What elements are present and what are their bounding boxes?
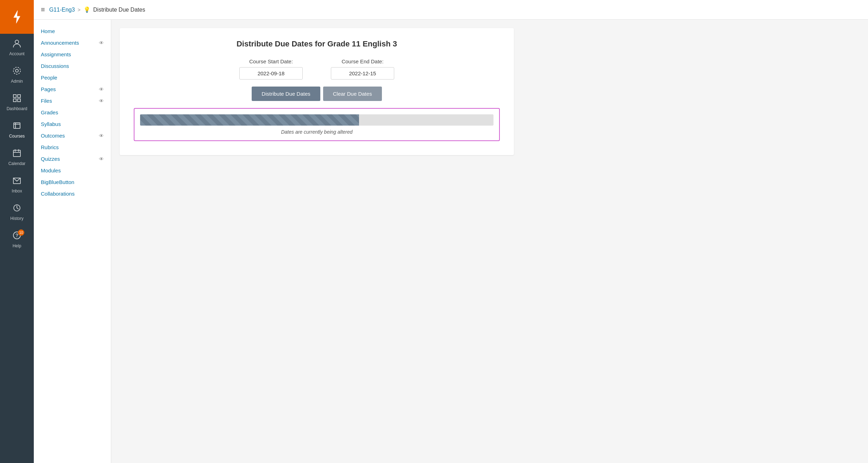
sidebar-item-home-label: Home [41, 28, 55, 34]
progress-bar-fill [140, 114, 359, 126]
sidebar-item-modules[interactable]: Modules [34, 165, 111, 176]
course-start-label: Course Start Date: [249, 58, 293, 64]
page-content: Distribute Due Dates for Grade 11 Englis… [111, 20, 868, 463]
sidebar-item-help[interactable]: ? 10 Help [0, 226, 34, 253]
distribute-due-dates-button[interactable]: Distribute Due Dates [252, 87, 320, 101]
sidebar-item-outcomes[interactable]: Outcomes 👁 [34, 130, 111, 141]
sidebar-item-discussions[interactable]: Discussions [34, 60, 111, 72]
svg-marker-0 [14, 11, 20, 23]
help-label: Help [13, 243, 21, 248]
breadcrumb-page-icon: 💡 [83, 6, 90, 13]
progress-status-text: Dates are currently being altered [140, 129, 493, 135]
outcomes-visibility-icon[interactable]: 👁 [99, 133, 104, 139]
sidebar-item-syllabus[interactable]: Syllabus [34, 118, 111, 130]
sidebar-item-collaborations-label: Collaborations [41, 191, 75, 197]
dashboard-label: Dashboard [7, 106, 27, 111]
courses-icon [12, 121, 21, 132]
sidebar-item-home[interactable]: Home [34, 25, 111, 37]
breadcrumb-current-page: Distribute Due Dates [93, 7, 145, 13]
sidebar-item-collaborations[interactable]: Collaborations [34, 188, 111, 199]
svg-rect-4 [13, 95, 16, 97]
course-start-field: Course Start Date: [239, 58, 303, 80]
breadcrumb-course-link[interactable]: G11-Eng3 [49, 7, 75, 13]
sidebar-item-files[interactable]: Files 👁 [34, 95, 111, 107]
course-end-field: Course End Date: [331, 58, 394, 80]
sidebar-item-quizzes-label: Quizzes [41, 156, 60, 162]
sidebar-item-rubrics-label: Rubrics [41, 144, 59, 150]
quizzes-visibility-icon[interactable]: 👁 [99, 156, 104, 162]
calendar-label: Calendar [8, 161, 26, 166]
sidebar-item-outcomes-label: Outcomes [41, 133, 65, 139]
sidebar-item-people[interactable]: People [34, 72, 111, 83]
history-icon [12, 203, 21, 215]
svg-rect-11 [13, 150, 20, 157]
calendar-icon [12, 148, 21, 160]
progress-container: Dates are currently being altered [134, 108, 500, 141]
help-badge-count: 10 [18, 229, 24, 236]
account-label: Account [9, 51, 24, 56]
svg-rect-6 [13, 99, 16, 102]
inbox-label: Inbox [12, 189, 22, 194]
sidebar-item-pages-label: Pages [41, 86, 56, 92]
courses-label: Courses [9, 134, 25, 139]
course-end-label: Course End Date: [341, 58, 383, 64]
dates-row: Course Start Date: Course End Date: [134, 58, 500, 80]
sidebar-item-quizzes[interactable]: Quizzes 👁 [34, 153, 111, 165]
svg-rect-5 [18, 95, 20, 97]
announcements-visibility-icon[interactable]: 👁 [99, 40, 104, 46]
sidebar-item-grades-label: Grades [41, 109, 58, 115]
sidebar-item-bigbluebutton[interactable]: BigBlueButton [34, 176, 111, 188]
global-nav: Account Admin Dashboard Courses Calendar… [0, 0, 34, 463]
sidebar-item-account[interactable]: Account [0, 34, 34, 61]
progress-bar-wrapper [140, 114, 493, 126]
files-visibility-icon[interactable]: 👁 [99, 98, 104, 104]
breadcrumb-separator: > [78, 7, 81, 13]
course-end-input[interactable] [331, 67, 394, 80]
hamburger-menu[interactable]: ≡ [41, 6, 45, 14]
pages-visibility-icon[interactable]: 👁 [99, 87, 104, 92]
sidebar-item-admin[interactable]: Admin [0, 61, 34, 89]
history-label: History [10, 216, 23, 221]
sidebar-item-files-label: Files [41, 98, 52, 104]
breadcrumb: G11-Eng3 > 💡 Distribute Due Dates [49, 6, 145, 13]
course-start-input[interactable] [239, 67, 303, 80]
sidebar-item-announcements[interactable]: Announcements 👁 [34, 37, 111, 49]
admin-icon [12, 66, 21, 77]
dashboard-icon [12, 94, 21, 105]
sidebar-item-rubrics[interactable]: Rubrics [34, 141, 111, 153]
account-icon [12, 39, 21, 50]
sidebar-item-courses[interactable]: Courses [0, 116, 34, 144]
top-header: ≡ G11-Eng3 > 💡 Distribute Due Dates [34, 0, 868, 20]
sidebar-item-bigbluebutton-label: BigBlueButton [41, 179, 74, 185]
sidebar-item-assignments-label: Assignments [41, 51, 71, 57]
sidebar-item-history[interactable]: History [0, 198, 34, 226]
sidebar-item-announcements-label: Announcements [41, 40, 79, 46]
svg-point-1 [15, 40, 19, 44]
sidebar-item-inbox[interactable]: Inbox [0, 171, 34, 198]
admin-label: Admin [11, 79, 23, 84]
card-title: Distribute Due Dates for Grade 11 Englis… [134, 39, 500, 49]
svg-rect-7 [18, 99, 20, 102]
sidebar-item-modules-label: Modules [41, 167, 61, 173]
clear-due-dates-button[interactable]: Clear Due Dates [323, 87, 382, 101]
course-sidebar: Home Announcements 👁 Assignments Discuss… [34, 20, 111, 463]
svg-rect-8 [14, 123, 20, 128]
sidebar-item-syllabus-label: Syllabus [41, 121, 61, 127]
inbox-icon [12, 176, 21, 187]
sidebar-item-people-label: People [41, 75, 57, 81]
help-icon: ? 10 [12, 231, 21, 242]
sidebar-item-dashboard[interactable]: Dashboard [0, 89, 34, 116]
distribute-due-dates-card: Distribute Due Dates for Grade 11 Englis… [120, 28, 514, 155]
sidebar-item-pages[interactable]: Pages 👁 [34, 83, 111, 95]
logo[interactable] [0, 0, 34, 34]
sidebar-item-discussions-label: Discussions [41, 63, 69, 69]
sidebar-item-grades[interactable]: Grades [34, 107, 111, 118]
svg-point-3 [13, 67, 20, 74]
svg-point-2 [15, 69, 18, 72]
sidebar-item-assignments[interactable]: Assignments [34, 49, 111, 60]
action-buttons-row: Distribute Due Dates Clear Due Dates [134, 87, 500, 101]
sidebar-item-calendar[interactable]: Calendar [0, 144, 34, 171]
